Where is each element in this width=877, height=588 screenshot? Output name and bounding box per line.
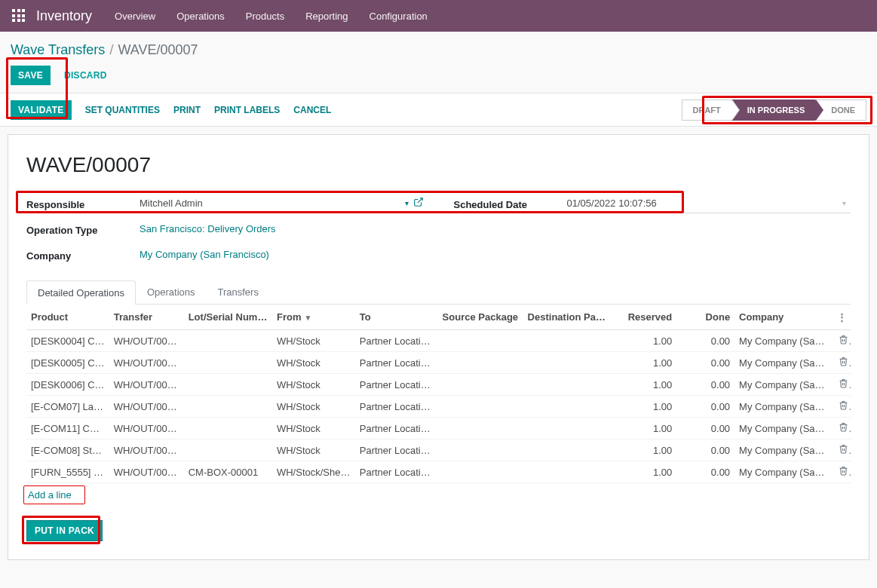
cell-to[interactable]: Partner Location… (355, 439, 438, 461)
cell-from[interactable]: WH/Stock (272, 418, 355, 439)
breadcrumb-root[interactable]: Wave Transfers (11, 42, 105, 58)
col-done[interactable]: Done (676, 305, 734, 330)
table-row[interactable]: [E-COM08] Stor…WH/OUT/000…WH/StockPartne… (26, 439, 851, 461)
responsible-input[interactable] (140, 198, 400, 209)
cell-from[interactable]: WH/Stock/Shelf… (272, 461, 355, 483)
status-draft[interactable]: DRAFT (682, 100, 731, 121)
cell-company[interactable]: My Company (Sa… (734, 374, 834, 396)
cell-dest-package[interactable] (523, 418, 611, 439)
discard-button[interactable]: DISCARD (58, 66, 113, 85)
cell-dest-package[interactable] (523, 396, 611, 418)
cell-transfer[interactable]: WH/OUT/000… (109, 330, 184, 352)
col-to[interactable]: To (355, 305, 438, 330)
status-in-progress[interactable]: IN PROGRESS (731, 100, 815, 121)
tab-detailed-operations[interactable]: Detailed Operations (26, 280, 136, 305)
cell-product[interactable]: [DESK0006] Cu… (26, 374, 109, 396)
cell-reserved[interactable]: 1.00 (610, 396, 676, 418)
col-lot[interactable]: Lot/Serial Num… (184, 305, 272, 330)
cell-company[interactable]: My Company (Sa… (734, 352, 834, 374)
external-link-icon[interactable] (413, 197, 424, 210)
cell-transfer[interactable]: WH/OUT/000… (109, 396, 184, 418)
table-row[interactable]: [DESK0006] Cu…WH/OUT/000…WH/StockPartner… (26, 374, 851, 396)
cell-company[interactable]: My Company (Sa… (734, 396, 834, 418)
add-a-line[interactable]: Add a line (26, 483, 73, 507)
cell-dest-package[interactable] (523, 330, 611, 352)
table-row[interactable]: [E-COM11] Cab…WH/OUT/000…WH/StockPartner… (26, 418, 851, 439)
table-row[interactable]: [FURN_5555] C…WH/OUT/000…CM-BOX-00001WH/… (26, 461, 851, 483)
cell-product[interactable]: [FURN_5555] C… (26, 461, 109, 483)
cell-company[interactable]: My Company (Sa… (734, 439, 834, 461)
col-reserved[interactable]: Reserved (610, 305, 676, 330)
apps-icon[interactable] (12, 9, 26, 23)
tab-operations[interactable]: Operations (136, 280, 207, 304)
cell-done[interactable]: 0.00 (676, 352, 734, 374)
cell-from[interactable]: WH/Stock (272, 396, 355, 418)
cell-src-package[interactable] (438, 461, 523, 483)
delete-row-icon[interactable] (834, 396, 851, 418)
cell-to[interactable]: Partner Location… (355, 418, 438, 439)
cell-done[interactable]: 0.00 (676, 418, 734, 439)
delete-row-icon[interactable] (834, 418, 851, 439)
cell-product[interactable]: [E-COM07] Lar… (26, 396, 109, 418)
cell-company[interactable]: My Company (Sa… (734, 461, 834, 483)
cell-from[interactable]: WH/Stock (272, 374, 355, 396)
date-caret-icon[interactable]: ▾ (838, 199, 851, 207)
cell-product[interactable]: [E-COM11] Cab… (26, 418, 109, 439)
cell-lot[interactable]: CM-BOX-00001 (184, 461, 272, 483)
cell-transfer[interactable]: WH/OUT/000… (109, 418, 184, 439)
cell-from[interactable]: WH/Stock (272, 330, 355, 352)
cell-dest-package[interactable] (523, 461, 611, 483)
cell-lot[interactable] (184, 352, 272, 374)
cell-reserved[interactable]: 1.00 (610, 418, 676, 439)
cell-product[interactable]: [DESK0005] Cu… (26, 352, 109, 374)
cell-transfer[interactable]: WH/OUT/000… (109, 439, 184, 461)
col-transfer[interactable]: Transfer (109, 305, 184, 330)
cell-product[interactable]: [DESK0004] Cu… (26, 330, 109, 352)
cell-lot[interactable] (184, 396, 272, 418)
cell-product[interactable]: [E-COM08] Stor… (26, 439, 109, 461)
delete-row-icon[interactable] (834, 330, 851, 352)
cell-dest-package[interactable] (523, 439, 611, 461)
delete-row-icon[interactable] (834, 461, 851, 483)
cell-to[interactable]: Partner Location… (355, 374, 438, 396)
nav-configuration[interactable]: Configuration (370, 11, 428, 22)
validate-button[interactable]: VALIDATE (11, 100, 72, 120)
cell-done[interactable]: 0.00 (676, 396, 734, 418)
delete-row-icon[interactable] (834, 374, 851, 396)
operation-type-link[interactable]: San Francisco: Delivery Orders (140, 223, 276, 234)
app-brand[interactable]: Inventory (36, 8, 92, 24)
table-row[interactable]: [DESK0004] Cu…WH/OUT/000…WH/StockPartner… (26, 330, 851, 352)
print-button[interactable]: PRINT (173, 105, 201, 115)
cell-reserved[interactable]: 1.00 (610, 374, 676, 396)
col-src-package[interactable]: Source Package (438, 305, 523, 330)
col-company[interactable]: Company (734, 305, 834, 330)
nav-operations[interactable]: Operations (176, 11, 225, 22)
scheduled-date-field[interactable]: ▾ (567, 195, 851, 213)
table-row[interactable]: [E-COM07] Lar…WH/OUT/000…WH/StockPartner… (26, 396, 851, 418)
col-product[interactable]: Product (26, 305, 109, 330)
nav-overview[interactable]: Overview (115, 11, 155, 22)
cell-to[interactable]: Partner Location… (355, 396, 438, 418)
cell-transfer[interactable]: WH/OUT/000… (109, 352, 184, 374)
col-from[interactable]: From▼ (272, 305, 355, 330)
responsible-field[interactable]: ▾ (140, 195, 424, 213)
dropdown-caret-icon[interactable]: ▾ (400, 199, 413, 207)
cell-src-package[interactable] (438, 396, 523, 418)
cell-transfer[interactable]: WH/OUT/000… (109, 374, 184, 396)
cell-dest-package[interactable] (523, 352, 611, 374)
delete-row-icon[interactable] (834, 439, 851, 461)
cell-company[interactable]: My Company (Sa… (734, 418, 834, 439)
col-dest-package[interactable]: Destination Pa… (523, 305, 611, 330)
cell-src-package[interactable] (438, 352, 523, 374)
put-in-pack-button[interactable]: PUT IN PACK (26, 520, 103, 541)
cell-from[interactable]: WH/Stock (272, 439, 355, 461)
cell-to[interactable]: Partner Location… (355, 352, 438, 374)
cell-done[interactable]: 0.00 (676, 330, 734, 352)
cell-to[interactable]: Partner Location… (355, 330, 438, 352)
company-link[interactable]: My Company (San Francisco) (140, 249, 269, 260)
cell-src-package[interactable] (438, 374, 523, 396)
cell-dest-package[interactable] (523, 374, 611, 396)
table-row[interactable]: [DESK0005] Cu…WH/OUT/000…WH/StockPartner… (26, 352, 851, 374)
columns-menu-icon[interactable]: ⋮ (834, 305, 851, 330)
cell-done[interactable]: 0.00 (676, 461, 734, 483)
